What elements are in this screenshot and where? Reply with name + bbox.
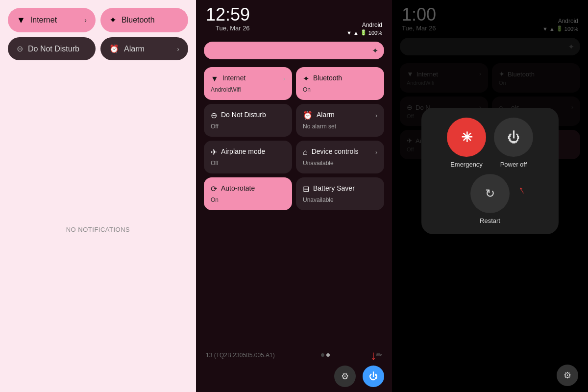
auto-rotate-icon: ⟳	[211, 184, 217, 194]
device-controls-title: Device controls	[312, 147, 359, 155]
p3-wifi-icon: ▼	[407, 70, 414, 78]
tile-p2-auto-rotate[interactable]: ⟳ Auto-rotate On	[204, 177, 292, 210]
signal-icon: ▲	[353, 30, 359, 36]
tile-internet[interactable]: ▼ Internet ›	[8, 8, 96, 32]
panel-quick-settings: 12:59 Tue, Mar 26 Android ▼ ▲ 🔋 100% ✦ ▼…	[196, 0, 392, 392]
settings-button[interactable]: ⚙	[334, 366, 356, 387]
restart-button[interactable]: ↻ ↑ Restart	[470, 174, 510, 224]
dnd-tile-icon: ⊖	[211, 111, 217, 120]
tile-p2-alarm[interactable]: ⏰ Alarm › No alarm set	[296, 104, 384, 137]
alarm-tile-icon: ⏰	[303, 111, 313, 120]
panel2-footer: 13 (TQ2B.230505.005.A1) ✏	[196, 344, 392, 366]
bluetooth-tile-title: Bluetooth	[313, 74, 342, 82]
tile-p2-airplane[interactable]: ✈ Airplane mode Off	[204, 141, 292, 173]
p3-airplane-icon: ✈	[407, 137, 413, 145]
emergency-button[interactable]: ✳ Emergency	[447, 118, 486, 168]
panel3-status-icons: ▼ ▲ 🔋 100%	[542, 25, 578, 32]
power-menu-restart-row: ↻ ↑ Restart	[431, 174, 549, 224]
footer-dots	[321, 353, 330, 357]
auto-rotate-subtitle: On	[211, 196, 285, 203]
panel3-footer: ⚙	[392, 365, 588, 386]
tile-p2-dnd[interactable]: ⊖ Do Not Disturb Off	[204, 104, 292, 137]
restart-red-arrow: ↑	[516, 183, 527, 197]
dot-1	[321, 353, 324, 357]
airplane-subtitle: Off	[211, 160, 285, 167]
alarm-tile-chevron: ›	[375, 112, 377, 119]
battery-saver-icon: ⊟	[303, 184, 309, 194]
panel3-date: Tue, Mar 26	[402, 24, 436, 32]
battery-icon: 🔋	[360, 29, 367, 36]
restart-icon: ↻	[485, 187, 495, 200]
power-button[interactable]: ⏻	[363, 366, 384, 387]
restart-circle: ↻	[470, 174, 510, 213]
wifi-status-icon: ▼	[346, 30, 352, 36]
device-controls-chevron: ›	[375, 149, 377, 156]
quick-tiles-grid: ▼ Internet › AndroidWifi ✦ Bluetooth On …	[196, 63, 392, 214]
power-off-icon: ⏻	[507, 130, 520, 145]
panel3-clock: 1:00	[402, 6, 436, 24]
power-menu: ✳ Emergency ⏻ Power off ↻ ↑ Restart	[421, 108, 559, 234]
p3-internet-subtitle: AndroidWifi	[407, 80, 481, 86]
android-label: Android	[362, 22, 382, 28]
settings-icon: ⚙	[341, 371, 349, 382]
date-display: Tue, Mar 26	[206, 24, 260, 36]
status-icons: ▼ ▲ 🔋 100%	[346, 29, 382, 36]
tile-p2-battery-saver[interactable]: ⊟ Battery Saver Unavailable	[296, 177, 384, 210]
device-controls-subtitle: Unavailable	[303, 160, 377, 167]
panel3-brightness: ✦	[400, 38, 580, 55]
power-icon: ⏻	[369, 371, 378, 382]
no-notifications-label: NO NOTIFICATIONS	[66, 226, 130, 233]
panel3-settings-button[interactable]: ⚙	[557, 365, 578, 386]
clock: 12:59	[206, 6, 260, 24]
brightness-bar[interactable]: ✦	[204, 42, 384, 59]
alarm-label: Alarm	[124, 45, 145, 53]
bt-tile-icon: ✦	[303, 74, 309, 83]
panel3-wifi-icon: ▼	[542, 26, 548, 32]
power-off-circle: ⏻	[494, 118, 533, 157]
internet-subtitle: AndroidWifi	[211, 86, 285, 93]
bluetooth-subtitle: On	[303, 86, 377, 93]
emergency-icon: ✳	[461, 129, 472, 146]
p3-internet-chevron: ›	[479, 71, 481, 77]
tile-alarm[interactable]: ⏰ Alarm ›	[100, 37, 188, 60]
emergency-circle: ✳	[447, 118, 486, 157]
tile-bluetooth[interactable]: ✦ Bluetooth	[100, 8, 188, 32]
battery-saver-subtitle: Unavailable	[303, 196, 377, 203]
p3-internet-label: Internet	[416, 71, 438, 78]
status-right: Android ▼ ▲ 🔋 100%	[346, 22, 382, 36]
bluetooth-icon: ✦	[109, 15, 117, 25]
panel3-battery-icon: 🔋	[556, 25, 563, 32]
edit-icon[interactable]: ✏	[376, 350, 382, 360]
panel3-settings-icon: ⚙	[564, 370, 571, 381]
status-bar-2: 12:59 Tue, Mar 26 Android ▼ ▲ 🔋 100%	[196, 0, 392, 38]
alarm-subtitle: No alarm set	[303, 123, 377, 130]
p3-bt-icon: ✦	[499, 70, 505, 78]
tile-p2-device-controls[interactable]: ⌂ Device controls › Unavailable	[296, 141, 384, 173]
p3-bt-subtitle: On	[499, 80, 573, 86]
alarm-tile-title: Alarm	[317, 111, 335, 119]
panel-notifications: ▼ Internet › ✦ Bluetooth ⊖ Do Not Distur…	[0, 0, 196, 392]
notifications-area: NO NOTIFICATIONS	[8, 75, 188, 384]
tile-p2-bluetooth[interactable]: ✦ Bluetooth On	[296, 67, 384, 100]
internet-label: Internet	[30, 16, 57, 24]
panel3-signal-icon: ▲	[549, 26, 555, 32]
emergency-label: Emergency	[450, 161, 483, 168]
tile-p2-internet[interactable]: ▼ Internet › AndroidWifi	[204, 67, 292, 100]
power-off-button[interactable]: ⏻ Power off	[494, 118, 533, 168]
dnd-icon: ⊖	[17, 44, 23, 53]
p3-controls-chevron: ›	[571, 104, 573, 111]
power-off-label: Power off	[500, 161, 527, 168]
panel1-top-tiles: ▼ Internet › ✦ Bluetooth	[8, 8, 188, 32]
brightness-icon: ✦	[372, 46, 378, 55]
time-display: 12:59 Tue, Mar 26	[206, 6, 260, 36]
p3-tile-internet: ▼ Internet › AndroidWifi	[400, 63, 488, 93]
auto-rotate-title: Auto-rotate	[221, 184, 255, 192]
panel3-battery-label: 100%	[564, 26, 578, 32]
p3-dnd-icon: ⊖	[407, 103, 413, 111]
dnd-subtitle: Off	[211, 123, 285, 130]
tile-do-not-disturb[interactable]: ⊖ Do Not Disturb	[8, 37, 96, 60]
chevron-icon: ›	[84, 16, 87, 24]
red-arrow-indicator: ↓	[370, 348, 377, 363]
panel3-status-right: Android ▼ ▲ 🔋 100%	[542, 18, 578, 32]
build-number: 13 (TQ2B.230505.005.A1)	[206, 352, 275, 359]
